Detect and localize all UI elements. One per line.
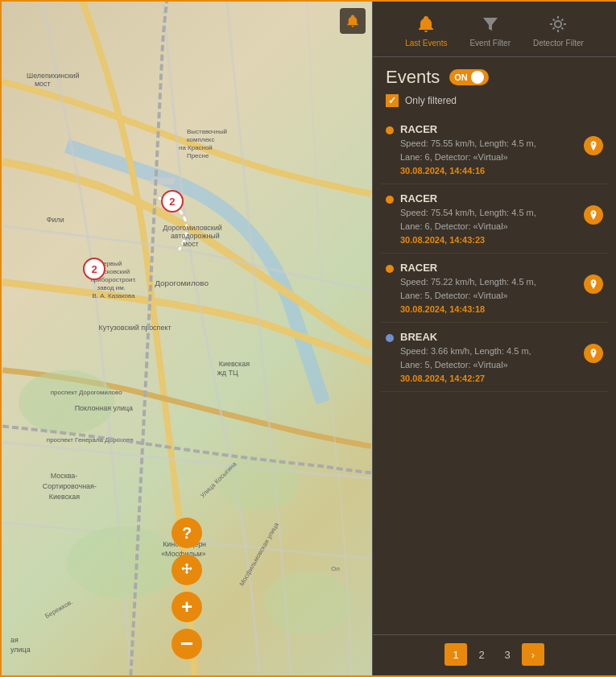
svg-text:Поклонная улица: Поклонная улица	[75, 404, 133, 412]
svg-point-38	[555, 21, 561, 27]
svg-text:Кутузовский проспект: Кутузовский проспект	[99, 324, 172, 332]
map-marker-top[interactable]: 2	[161, 190, 184, 213]
event-time: 30.08.2024, 14:43:23	[400, 235, 577, 245]
event-pin-button[interactable]	[584, 205, 603, 225]
event-item[interactable]: RACER Speed: 75.22 km/h, Length: 4.5 m, …	[381, 254, 608, 323]
svg-text:Бережков.: Бережков.	[43, 598, 74, 620]
event-details: Speed: 75.54 km/h, Length: 4.5 m, Lane: …	[400, 206, 577, 233]
pin-icon	[588, 140, 599, 151]
svg-point-2	[67, 526, 179, 599]
event-dot	[386, 265, 394, 273]
svg-text:на Красной: на Красной	[179, 144, 213, 151]
pagination-next-button[interactable]: ›	[522, 643, 544, 666]
svg-text:Киевская: Киевская	[219, 360, 250, 368]
event-type: RACER	[400, 262, 577, 274]
event-type: RACER	[400, 192, 577, 204]
svg-text:жд ТЦ: жд ТЦ	[217, 369, 238, 377]
map-zoom-out-button[interactable]: −	[172, 629, 202, 659]
tab-event-filter[interactable]: Event Filter	[458, 10, 522, 52]
event-pin-button[interactable]	[584, 136, 603, 155]
event-content: BREAK Speed: 3.66 km/h, Length: 4.5 m, L…	[400, 331, 577, 383]
toggle-knob	[471, 71, 484, 84]
page-3-button[interactable]: 3	[496, 643, 519, 666]
main-container: Шелепихинский мост Выставочный комплекс …	[0, 0, 616, 677]
event-dot	[386, 334, 394, 342]
event-details: Speed: 3.66 km/h, Length: 4.5 m, Lane: 5…	[400, 345, 577, 371]
svg-point-0	[19, 370, 114, 435]
panel-tabs: Last Events Event Filter Detector Fil	[373, 2, 616, 57]
svg-text:Киевская: Киевская	[49, 493, 80, 501]
event-time: 30.08.2024, 14:44:16	[400, 166, 577, 175]
map-move-button[interactable]	[172, 555, 202, 585]
only-filtered-label: Only filtered	[405, 95, 457, 106]
event-time: 30.08.2024, 14:43:18	[400, 304, 577, 314]
event-item[interactable]: RACER Speed: 75.55 km/h, Length: 4.5 m, …	[381, 115, 608, 184]
event-type: BREAK	[400, 331, 577, 343]
map-help-button[interactable]: ?	[172, 518, 202, 548]
map-controls: ? + −	[172, 518, 202, 659]
page-1-button[interactable]: 1	[444, 643, 467, 666]
tab-last-events-label: Last Events	[405, 39, 447, 48]
svg-text:Фили: Фили	[47, 216, 64, 224]
only-filtered-checkbox[interactable]: ✓	[386, 94, 399, 107]
svg-text:автодорожный: автодорожный	[171, 232, 220, 240]
svg-text:В. А. Казакова: В. А. Казакова	[93, 292, 136, 299]
event-type: RACER	[400, 123, 577, 135]
map-background: Шелепихинский мост Выставочный комплекс …	[2, 2, 372, 675]
event-dot	[386, 196, 394, 204]
event-details: Speed: 75.22 km/h, Length: 4.5 m, Lane: …	[400, 275, 577, 302]
events-list: RACER Speed: 75.55 km/h, Length: 4.5 m, …	[373, 115, 616, 634]
svg-text:Сортировочная-: Сортировочная-	[43, 482, 97, 490]
map-bell-button[interactable]	[340, 8, 366, 34]
event-content: RACER Speed: 75.54 km/h, Length: 4.5 m, …	[400, 192, 577, 245]
svg-text:мост: мост	[35, 80, 51, 88]
map-area: Шелепихинский мост Выставочный комплекс …	[2, 2, 372, 675]
svg-text:мост: мост	[183, 240, 199, 248]
svg-text:ая: ая	[10, 636, 19, 644]
tab-event-filter-label: Event Filter	[469, 39, 511, 48]
tab-detector-filter[interactable]: Detector Filter	[522, 10, 595, 52]
events-header: Events ON	[373, 57, 616, 94]
svg-text:Дорогомиловский: Дорогомиловский	[163, 224, 222, 232]
svg-text:Дорогомилово: Дорогомилово	[155, 279, 209, 287]
events-toggle[interactable]: ON	[449, 69, 489, 85]
event-content: RACER Speed: 75.55 km/h, Length: 4.5 m, …	[400, 123, 577, 175]
svg-text:комплекс: комплекс	[187, 136, 214, 143]
event-time: 30.08.2024, 14:42:27	[400, 374, 577, 383]
svg-text:Шелепихинский: Шелепихинский	[27, 72, 80, 80]
svg-text:Выставочный: Выставочный	[187, 128, 227, 135]
tab-detector-filter-label: Detector Filter	[533, 39, 584, 48]
event-content: RACER Speed: 75.22 km/h, Length: 4.5 m, …	[400, 262, 577, 314]
svg-text:улица: улица	[10, 646, 31, 654]
toggle-label: ON	[454, 72, 468, 82]
event-pin-button[interactable]	[584, 275, 603, 294]
svg-text:Москва-: Москва-	[51, 472, 78, 480]
svg-text:Ол: Ол	[331, 565, 340, 572]
event-item[interactable]: RACER Speed: 75.54 km/h, Length: 4.5 m, …	[381, 184, 608, 254]
svg-text:завод им.: завод им.	[97, 284, 126, 291]
tab-last-events[interactable]: Last Events	[394, 10, 458, 52]
svg-text:Пресне: Пресне	[187, 152, 209, 159]
events-panel: Last Events Event Filter Detector Fil	[372, 2, 616, 675]
page-2-button[interactable]: 2	[470, 643, 493, 666]
events-title: Events	[386, 67, 440, 88]
svg-text:проспект Дорогомилово: проспект Дорогомилово	[51, 389, 122, 396]
bell-tab-icon	[415, 13, 437, 35]
svg-point-3	[263, 571, 351, 635]
event-pin-button[interactable]	[584, 344, 603, 363]
event-item[interactable]: BREAK Speed: 3.66 km/h, Length: 4.5 m, L…	[381, 323, 608, 392]
pagination: 1 2 3 ›	[373, 634, 616, 675]
event-details: Speed: 75.55 km/h, Length: 4.5 m, Lane: …	[400, 137, 577, 163]
filter-tab-icon	[479, 13, 502, 35]
event-dot	[386, 126, 394, 134]
detector-tab-icon	[547, 13, 569, 35]
filter-row: ✓ Only filtered	[373, 94, 616, 115]
pin-icon	[588, 348, 599, 359]
pin-icon	[588, 209, 599, 221]
pin-icon	[588, 279, 599, 290]
map-zoom-in-button[interactable]: +	[172, 592, 202, 622]
